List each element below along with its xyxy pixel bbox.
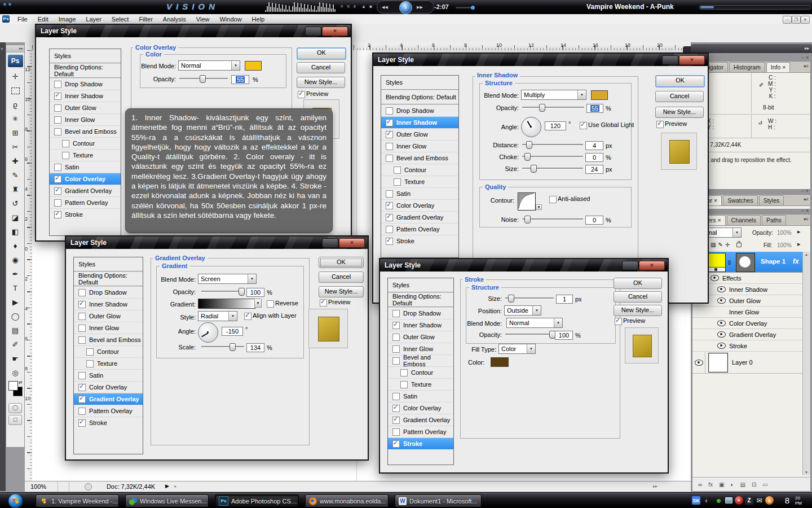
tab-swatches[interactable]: Swatches [723, 195, 758, 205]
tool-palette-header[interactable]: ▸▸ [6, 45, 24, 52]
style-checkbox[interactable] [54, 211, 61, 218]
style-checkbox[interactable] [386, 238, 393, 245]
dialog-title-bar[interactable]: Layer Style ✕ [373, 54, 708, 66]
security-alert-tray-icon[interactable]: ✕ [735, 496, 743, 505]
style-item-color-overlay[interactable]: Color Overlay [50, 173, 121, 185]
overlay-color-swatch[interactable] [245, 61, 262, 71]
dock-header[interactable]: ▸▸ [691, 44, 812, 53]
reverse-checkbox[interactable] [267, 300, 274, 308]
menu-item-image[interactable]: Image [54, 16, 81, 23]
new-layer-icon[interactable]: ⊡ [752, 481, 756, 488]
style-item-blending-options-default[interactable]: Blending Options: Default [74, 271, 143, 286]
style-checkbox[interactable] [86, 348, 94, 356]
crop-tool[interactable]: ⊞ [6, 126, 24, 140]
new-style-button[interactable]: New Style... [297, 77, 345, 88]
cancel-button[interactable]: Cancel [614, 291, 662, 303]
opacity-value[interactable]: 55 [231, 75, 249, 84]
zoom-level[interactable]: 100% [30, 483, 46, 490]
style-checkbox[interactable] [78, 396, 86, 403]
cancel-button[interactable]: Cancel [297, 62, 345, 73]
fill-value[interactable]: 100% [777, 242, 792, 248]
style-item-inner-shadow[interactable]: Inner Shadow [381, 116, 458, 128]
preview-checkbox[interactable] [298, 91, 305, 98]
taskbar-button-1-vampire-weekend[interactable]: ↯1. Vampire Weekend -... [36, 494, 119, 507]
opacity-slider[interactable] [201, 288, 244, 295]
effect-row-color-overlay[interactable]: Color Overlay [692, 318, 803, 329]
shape-tool[interactable]: ◯ [6, 309, 24, 323]
style-item-gradient-overlay[interactable]: Gradient Overlay [381, 211, 458, 223]
blend-mode-select[interactable]: Normal [178, 60, 240, 71]
taskbar-button-adobe-photoshop-cs3[interactable]: PsAdobe Photoshop CS3... [215, 494, 299, 507]
style-checkbox[interactable] [392, 393, 400, 400]
panel-menu-icon[interactable]: ▾≡ [804, 217, 809, 222]
shadow-color-swatch[interactable] [591, 90, 608, 100]
dialog-title-bar[interactable]: Layer Style ✕ [380, 259, 668, 271]
opacity-slider[interactable] [505, 331, 554, 338]
mail-tray-icon[interactable]: ✉ [755, 496, 764, 505]
link-layers-icon[interactable]: ∞ [698, 481, 702, 488]
size-value[interactable]: 1 [556, 295, 573, 304]
lock-icons[interactable]: ▨✎✛ [710, 242, 732, 248]
zoom-tool[interactable]: ◎ [6, 366, 24, 380]
angle-value[interactable]: -150 [222, 327, 243, 336]
dialog-minimize-button[interactable] [305, 27, 321, 36]
style-checkbox[interactable] [54, 187, 61, 195]
opacity-spinner-icon[interactable]: ▶ [797, 230, 800, 234]
style-checkbox[interactable] [386, 202, 393, 209]
blend-mode-select[interactable]: Multiply [521, 90, 586, 100]
dialog-title-bar[interactable]: Layer Style ✕ [66, 237, 368, 249]
style-checkbox[interactable] [394, 167, 401, 174]
player-clutterbar[interactable]: ≡ X 4 [341, 4, 357, 9]
foreground-color[interactable] [8, 381, 18, 391]
network-tray-icon[interactable] [725, 496, 733, 505]
style-item-contour[interactable]: Contour [50, 137, 121, 149]
window-minimize-button[interactable]: – [783, 16, 792, 24]
adjustment-layer-icon[interactable]: ◐ [730, 481, 734, 488]
tray-chevron-icon[interactable]: ‹ [702, 496, 710, 505]
opacity-slider[interactable] [179, 75, 228, 82]
tab-info[interactable]: Info × [766, 62, 791, 72]
style-item-contour[interactable]: Contour [381, 164, 458, 176]
scale-value[interactable]: 134 [246, 343, 264, 352]
style-item-bevel-and-emboss[interactable]: Bevel and Emboss [381, 152, 458, 164]
distance-slider[interactable] [522, 141, 583, 148]
style-item-contour[interactable]: Contour [74, 345, 143, 357]
tab-channels[interactable]: Channels [727, 215, 761, 225]
style-checkbox[interactable] [392, 417, 400, 424]
fill-type-select[interactable]: Color [498, 344, 536, 354]
visibility-eye-icon[interactable] [717, 331, 726, 338]
style-item-styles[interactable]: Styles [50, 49, 121, 63]
type-tool[interactable]: T [6, 281, 24, 295]
style-item-bevel-and-emboss[interactable]: Bevel and Emboss [74, 334, 143, 345]
style-checkbox[interactable] [54, 116, 61, 124]
healing-brush-tool[interactable]: ✚ [6, 154, 24, 168]
style-checkbox[interactable] [78, 419, 86, 427]
style-item-satin[interactable]: Satin [388, 390, 453, 402]
style-item-color-overlay[interactable]: Color Overlay [388, 402, 453, 414]
pen-tool[interactable]: ✒ [6, 267, 24, 281]
size-slider[interactable] [505, 295, 554, 301]
status-scroll-icon[interactable]: ▸▸ [653, 484, 657, 489]
effect-row-stroke[interactable]: Stroke [692, 340, 803, 352]
seek-bar[interactable] [699, 5, 811, 10]
menu-item-layer[interactable]: Layer [81, 16, 107, 23]
use-global-light-checkbox[interactable] [580, 122, 587, 129]
style-item-satin[interactable]: Satin [50, 161, 121, 173]
tab-histogram[interactable]: Histogram [729, 62, 765, 72]
taskbar-button-dokument1-microsoft[interactable]: WDokument1 - Microsoft... [395, 494, 482, 507]
tab-paths[interactable]: Paths [762, 215, 786, 225]
style-item-outer-glow[interactable]: Outer Glow [74, 310, 143, 322]
history-brush-tool[interactable]: ↺ [6, 196, 24, 211]
marquee-tool[interactable] [6, 84, 24, 98]
tab-close-icon[interactable]: × [782, 64, 785, 71]
dialog-close-button[interactable]: ✕ [679, 55, 705, 65]
scale-slider[interactable] [201, 343, 244, 350]
lock-all-icon[interactable] [736, 243, 742, 247]
style-item-drop-shadow[interactable]: Drop Shadow [74, 286, 143, 298]
noise-slider[interactable] [522, 216, 583, 222]
layer-group-icon[interactable]: ▤ [740, 481, 745, 488]
preview-checkbox[interactable] [656, 121, 664, 128]
style-checkbox[interactable] [386, 226, 393, 233]
style-item-outer-glow[interactable]: Outer Glow [381, 128, 458, 140]
style-item-pattern-overlay[interactable]: Pattern Overlay [381, 223, 458, 235]
